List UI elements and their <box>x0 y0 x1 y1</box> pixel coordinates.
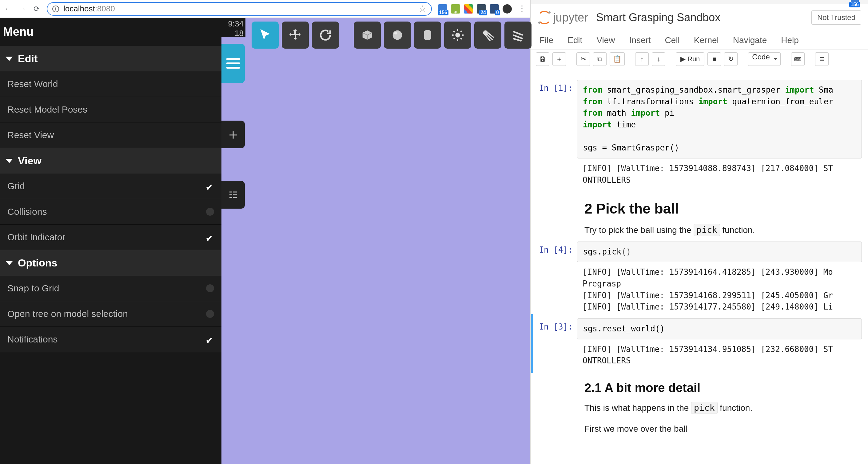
menu-item-grid[interactable]: Grid✔ <box>0 174 221 199</box>
save-button[interactable] <box>536 52 549 66</box>
command-palette-button[interactable]: ⌨ <box>791 52 805 66</box>
cell-output: [INFO] [WallTime: 1573914134.951085] [23… <box>577 339 862 369</box>
url-host: localhost <box>63 4 95 13</box>
menu-item-notifications[interactable]: Notifications✔ <box>0 327 221 352</box>
code-cell[interactable]: In [4]:sgs.pick()[INFO] [WallTime: 15739… <box>531 240 868 317</box>
menu-item-orbit-indicator[interactable]: Orbit Indicator✔ <box>0 225 221 250</box>
add-cell-button[interactable]: ＋ <box>552 52 566 66</box>
menu-item-open-tree[interactable]: Open tree on model selection <box>0 301 221 327</box>
tool-move[interactable] <box>282 22 309 49</box>
menu-item-reset-view[interactable]: Reset View <box>0 122 221 148</box>
extension-icon[interactable]: ◐ <box>451 4 460 13</box>
insert-panel-tab[interactable]: ＋ <box>221 121 245 148</box>
menu-cell[interactable]: Cell <box>665 35 680 45</box>
profile-avatar[interactable] <box>503 4 512 13</box>
cell-output: [INFO] [WallTime: 1573914164.418285] [24… <box>577 262 862 315</box>
browser-menu-button[interactable]: ⋮ <box>518 4 526 13</box>
menu-item-reset-world[interactable]: Reset World <box>0 71 221 97</box>
paste-button[interactable]: 📋 <box>610 52 625 66</box>
run-button[interactable]: ▶Run <box>676 52 704 66</box>
tool-rotate[interactable] <box>312 22 339 49</box>
tool-light-point[interactable] <box>444 22 471 49</box>
jupyter-menubar: File Edit View Insert Cell Kernel Naviga… <box>531 31 868 50</box>
tool-light-spot[interactable] <box>474 22 501 49</box>
cut-button[interactable]: ✂ <box>577 52 590 66</box>
scene-3d <box>221 18 530 464</box>
svg-rect-7 <box>541 57 544 58</box>
menu-kernel[interactable]: Kernel <box>694 35 719 45</box>
forward-button[interactable]: → <box>19 5 27 13</box>
menu-navigate[interactable]: Navigate <box>733 35 767 45</box>
gazebo-viewport[interactable]: 9:34 18 ＋ <box>221 18 530 464</box>
tool-sphere[interactable] <box>384 22 411 49</box>
markdown-cell[interactable]: 2.1 A bit more detailThis is what happen… <box>531 370 868 438</box>
move-up-button[interactable]: ↑ <box>635 52 649 66</box>
menu-title: Menu <box>0 18 221 46</box>
check-icon: ✔ <box>206 335 214 344</box>
extension-icon[interactable]: ⌂156 <box>438 4 447 13</box>
toggle-off-icon <box>206 208 214 216</box>
markdown-cell[interactable]: 2 Pick the ballTry to pick the ball usin… <box>531 190 868 240</box>
side-panel-toggle[interactable] <box>221 44 245 83</box>
section-options-header[interactable]: Options <box>0 250 221 276</box>
toggle-off-icon <box>206 284 214 292</box>
back-button[interactable]: ← <box>4 5 12 13</box>
code-input[interactable]: sgs.pick() <box>577 242 862 262</box>
move-down-button[interactable]: ↓ <box>652 52 665 66</box>
menu-item-collisions[interactable]: Collisions <box>0 199 221 225</box>
reload-button[interactable]: ⟳ <box>33 5 40 13</box>
info-icon[interactable]: i <box>52 5 59 12</box>
menu-help[interactable]: Help <box>781 35 799 45</box>
viewport-toolbar <box>252 22 531 49</box>
copy-button[interactable]: ⧉ <box>593 52 607 66</box>
menu-edit[interactable]: Edit <box>567 35 582 45</box>
tree-panel-tab[interactable] <box>221 181 245 209</box>
sim-time: 9:34 18 <box>221 18 245 37</box>
extension-icons: ⌂156 ◐ 24 0 <box>438 4 512 13</box>
tool-light-directional[interactable] <box>504 22 531 49</box>
svg-point-5 <box>456 33 460 37</box>
cell-prompt: In [4]: <box>531 242 577 315</box>
trusted-button[interactable]: Not Trusted <box>811 10 861 25</box>
menu-file[interactable]: File <box>539 35 553 45</box>
svg-point-1 <box>394 32 398 34</box>
menu-item-reset-model-poses[interactable]: Reset Model Poses <box>0 97 221 122</box>
jupyter-logo-icon <box>538 11 551 24</box>
bookmark-star-icon[interactable]: ☆ <box>418 4 426 14</box>
code-input[interactable]: sgs.reset_world() <box>577 318 862 339</box>
left-browser-window: ← → ⟳ i localhost:8080 ☆ ⌂156 ◐ 24 0 ⋮ M… <box>0 0 531 464</box>
tool-pointer[interactable] <box>252 22 279 49</box>
code-input[interactable]: from smart_grasping_sandbox.smart_graspe… <box>577 80 862 158</box>
extension-icon[interactable]: 24 <box>477 4 486 13</box>
extension-icon[interactable]: 156 <box>851 0 859 5</box>
extension-icon[interactable] <box>464 4 473 13</box>
chevron-down-icon <box>5 57 13 61</box>
browser-toolbar: ← → ⟳ i localhost:8080 ☆ ⌂156 ◐ 24 0 ⋮ <box>0 0 530 18</box>
code-cell[interactable]: In [1]:from smart_grasping_sandbox.smart… <box>531 78 868 190</box>
section-edit-header[interactable]: Edit <box>0 46 221 71</box>
celltype-select[interactable]: Code <box>748 52 780 66</box>
chevron-down-icon <box>5 159 13 163</box>
code-cell[interactable]: In [3]:sgs.reset_world()[INFO] [WallTime… <box>531 317 868 370</box>
toc-button[interactable]: ☰ <box>815 52 829 66</box>
tool-box[interactable] <box>354 22 381 49</box>
notebook-title[interactable]: Smart Grasping Sandbox <box>596 11 720 24</box>
url-port: :8080 <box>95 4 115 13</box>
extension-icon[interactable]: 0 <box>490 4 499 13</box>
jupyter-logo[interactable]: jupyter <box>538 11 588 24</box>
right-browser-window: 156 jupyter Smart Grasping Sandbox Not T… <box>531 0 868 464</box>
cell-prompt: In [3]: <box>531 318 577 369</box>
hamburger-icon <box>226 58 240 69</box>
notebook-area[interactable]: In [1]:from smart_grasping_sandbox.smart… <box>531 69 868 464</box>
menu-insert[interactable]: Insert <box>629 35 651 45</box>
restart-button[interactable]: ↻ <box>724 52 738 66</box>
jupyter-header: jupyter Smart Grasping Sandbox Not Trust… <box>531 4 868 31</box>
address-bar[interactable]: i localhost:8080 ☆ <box>47 2 432 16</box>
menu-view[interactable]: View <box>596 35 615 45</box>
section-view-header[interactable]: View <box>0 148 221 174</box>
interrupt-button[interactable]: ■ <box>708 52 721 66</box>
menu-item-snap-to-grid[interactable]: Snap to Grid <box>0 276 221 301</box>
tool-cylinder[interactable] <box>414 22 441 49</box>
cell-prompt: In [1]: <box>531 80 577 188</box>
cell-output: [INFO] [WallTime: 1573914088.898743] [21… <box>577 158 862 188</box>
